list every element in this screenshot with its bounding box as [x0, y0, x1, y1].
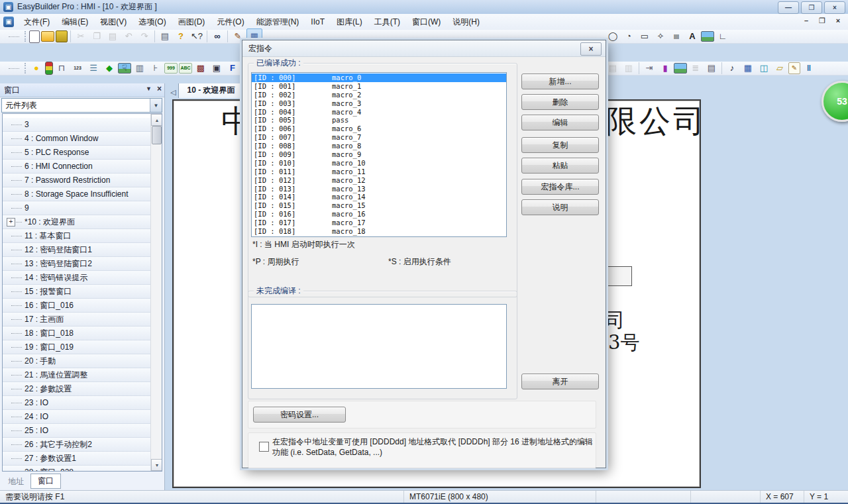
ascii-display-icon[interactable]: ABC — [179, 63, 192, 74]
mdi-minimize-icon[interactable]: – — [802, 17, 811, 25]
macro-row[interactable]: [ID : 009]macro_9 — [252, 150, 506, 159]
close-button[interactable]: × — [824, 1, 845, 14]
macro-row[interactable]: [ID : 003]macro_3 — [252, 99, 506, 108]
plunger-icon[interactable]: ⊦ — [148, 61, 163, 76]
gallery-icon[interactable] — [674, 63, 687, 74]
minimize-button[interactable]: — — [778, 1, 799, 14]
numeric-display-icon[interactable]: 999 — [164, 63, 178, 74]
numeric-input-icon[interactable]: 123 — [70, 61, 85, 76]
pie-icon[interactable]: ◔ — [621, 29, 636, 44]
picture-icon[interactable] — [701, 31, 714, 42]
tree-item[interactable]: 6 : HMI Connection — [3, 160, 162, 174]
canvas-tab[interactable]: 10 - 欢迎界面 — [178, 83, 246, 98]
book-icon[interactable]: ▮ — [658, 61, 672, 76]
macro-row[interactable]: [ID : 001]macro_1 — [252, 82, 506, 91]
macro-row[interactable]: [ID : 011]macro_11 — [252, 168, 506, 176]
save-icon[interactable] — [56, 30, 68, 42]
traffic-light-icon[interactable] — [45, 62, 53, 75]
music-note-icon[interactable]: ♪ — [725, 61, 739, 76]
tree-scrollbar[interactable]: ▲ ▼ — [150, 114, 162, 471]
exit-button[interactable]: 离开 — [521, 374, 599, 389]
edit-button[interactable]: 编辑 — [521, 115, 599, 130]
polygon-icon[interactable]: ✧ — [653, 29, 668, 44]
find-icon[interactable]: ∞ — [210, 29, 225, 44]
copy-button[interactable]: 复制 — [521, 137, 599, 153]
new-button[interactable]: 新增... — [521, 74, 599, 89]
tab-window[interactable]: 窗口 — [30, 474, 61, 489]
exit-door-icon[interactable]: ⇥ — [642, 61, 657, 76]
macro-row[interactable]: [ID : 014]macro_14 — [252, 193, 506, 201]
notepad-icon[interactable]: ✎ — [788, 62, 800, 74]
macro-row[interactable]: [ID : 013]macro_13 — [252, 185, 506, 193]
help-button[interactable]: 说明 — [521, 199, 599, 215]
panel-menu-icon[interactable]: ▼ — [146, 85, 152, 92]
bar-graph-icon[interactable]: ‖ — [802, 61, 816, 76]
menu-item[interactable]: 文件(F) — [18, 14, 56, 30]
scrollbar-thumb[interactable] — [152, 126, 162, 144]
canvas-text-object[interactable]: 限公司 — [606, 101, 707, 142]
tree-item[interactable]: 18 : 窗口_018 — [3, 327, 162, 340]
mdi-restore-icon[interactable]: ❐ — [818, 17, 827, 25]
rectangle-icon[interactable]: ▭ — [637, 29, 652, 44]
multi-state-icon[interactable]: ◆ — [102, 61, 117, 76]
tags-icon[interactable]: ▱ — [772, 61, 787, 76]
tree-item[interactable]: *10 : 欢迎界面 — [3, 215, 162, 229]
macro-row[interactable]: [ID : 005]pass — [252, 116, 506, 125]
new-file-icon[interactable] — [29, 30, 40, 43]
tree-item[interactable]: 9 — [3, 201, 162, 215]
password-settings-button[interactable]: 密码设置... — [253, 407, 346, 423]
tree-item[interactable]: 28 : 窗口_028 — [3, 466, 162, 472]
uncompiled-list[interactable] — [251, 304, 507, 389]
qr-code-icon[interactable]: ▩ — [193, 61, 208, 76]
tree-item[interactable]: 13 : 密码登陆窗口2 — [3, 257, 162, 271]
macro-row[interactable]: [ID : 004]macro_4 — [252, 108, 506, 117]
open-folder-icon[interactable] — [41, 31, 54, 42]
tree-item[interactable]: 4 : Common Window — [3, 132, 162, 146]
frame-icon[interactable]: ▣ — [209, 61, 224, 76]
tree-item[interactable]: 17 : 主画面 — [3, 313, 162, 327]
dialog-title-bar[interactable]: 宏指令 — [242, 40, 606, 57]
function-key-icon[interactable]: F — [225, 61, 240, 76]
macro-row[interactable]: [ID : 000]macro_0 — [252, 74, 506, 82]
message-board-icon[interactable]: ▥ — [132, 61, 147, 76]
canvas-text-object[interactable]: 3号 — [608, 330, 639, 356]
tree-item[interactable]: 11 : 基本窗口 — [3, 229, 162, 243]
macro-row[interactable]: [ID : 007]macro_7 — [252, 133, 506, 142]
macro-row[interactable]: [ID : 008]macro_8 — [252, 142, 506, 150]
tree-item[interactable]: 23 : IO — [3, 396, 162, 410]
tree-item[interactable]: 19 : 窗口_019 — [3, 340, 162, 354]
tree-item[interactable]: 22 : 參數設置 — [3, 382, 162, 396]
switch-icon[interactable]: ⊓ — [54, 61, 69, 76]
menu-item[interactable]: 图库(L) — [331, 14, 368, 30]
macro-row[interactable]: [ID : 017]macro_17 — [252, 219, 506, 227]
ellipse-icon[interactable]: ◯ — [606, 29, 620, 44]
menu-item[interactable]: 选项(O) — [132, 14, 172, 30]
print-icon[interactable]: ▤ — [158, 29, 172, 44]
scale-icon[interactable]: |||| — [669, 29, 684, 44]
menu-item[interactable]: 工具(T) — [368, 14, 406, 30]
macro-row[interactable]: [ID : 016]macro_16 — [252, 210, 506, 219]
context-help-icon[interactable]: ↖? — [189, 29, 204, 44]
macro-row[interactable]: [ID : 015]macro_15 — [252, 201, 506, 210]
macro-list[interactable]: [ID : 000]macro_0[ID : 001]macro_1[ID : … — [251, 72, 507, 237]
scroll-up-icon[interactable]: ▲ — [151, 114, 162, 126]
element-list-combobox[interactable]: 元件列表 ▼ — [1, 98, 162, 113]
tree-item[interactable]: 16 : 窗口_016 — [3, 299, 162, 313]
macro-library-button[interactable]: 宏指令库... — [521, 179, 599, 195]
tree-item[interactable]: 26 : 其它手动控制2 — [3, 438, 162, 452]
menu-item[interactable]: 能源管理(N) — [250, 14, 305, 30]
tree-item[interactable]: 7 : Password Restriction — [3, 174, 162, 187]
tab-address[interactable]: 地址 — [1, 475, 30, 489]
shape-icon[interactable]: ∟ — [716, 29, 730, 44]
tab-scroll-left-icon[interactable]: ◁ — [170, 88, 176, 97]
tree-item[interactable]: 14 : 密码错误提示 — [3, 271, 162, 285]
paste-button[interactable]: 粘贴 — [521, 158, 599, 174]
dialog-close-icon[interactable]: × — [580, 42, 602, 56]
video-icon[interactable]: ◫ — [757, 61, 771, 76]
macro-row[interactable]: [ID : 002]macro_2 — [252, 91, 506, 99]
tree-item[interactable]: 21 : 馬達位置調整 — [3, 368, 162, 382]
tree-item[interactable]: 12 : 密码登陆窗口1 — [3, 243, 162, 257]
panel-header[interactable]: 窗口 ▼ × — [0, 83, 164, 97]
address-format-checkbox[interactable] — [259, 442, 269, 452]
menu-item[interactable]: 编辑(E) — [56, 14, 94, 30]
